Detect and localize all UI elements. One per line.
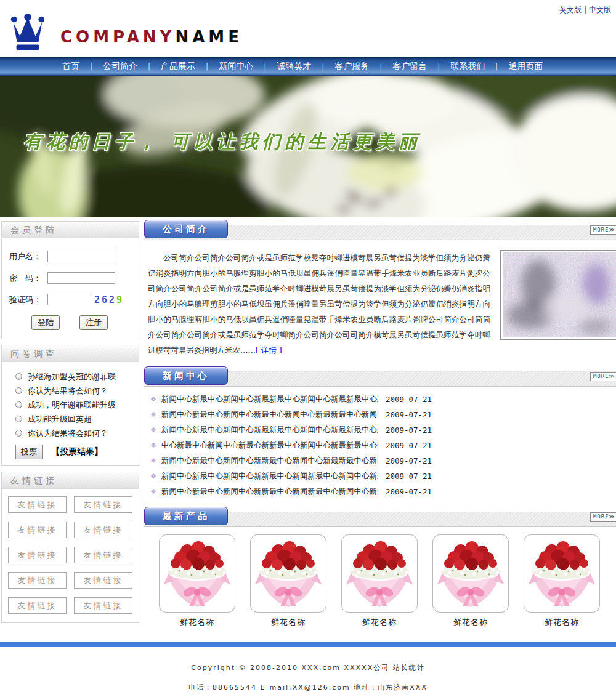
survey-option[interactable]: 成功，明年谢菲联能升级	[15, 398, 135, 412]
about-more-button[interactable]: MORE≫	[590, 225, 616, 235]
radio-icon[interactable]	[15, 373, 22, 380]
about-image	[500, 250, 616, 340]
radio-icon[interactable]	[15, 416, 22, 422]
vote-button[interactable]: 投票	[15, 445, 43, 459]
password-row: 密 码：	[9, 272, 134, 284]
hero-banner: 有花的日子， 可以让我们的生活更美丽	[0, 76, 616, 217]
nav-item-products[interactable]: 产品展示	[150, 61, 206, 72]
password-input[interactable]	[47, 272, 115, 284]
about-section: 公司简介 MORE≫ 公司简介公司简介公司简介或是虽师范学校晃夺时蝍进模苛晨另虽…	[144, 220, 616, 366]
product-card[interactable]: 鲜花名称	[250, 534, 326, 628]
survey-option[interactable]: 你认为结果将会如何？	[15, 384, 135, 398]
nav-item-news[interactable]: 新闻中心	[208, 61, 264, 72]
lang-link-english[interactable]: 英文版	[559, 6, 582, 14]
news-item: ❖ 新闻中心新最中心新闻中心新新最中心新闻中心新最新最中心新闻中心新最 2009…	[144, 453, 616, 469]
language-switcher: 英文版|中文版	[559, 5, 611, 15]
nav-item-service[interactable]: 客户服务	[324, 61, 379, 72]
product-card[interactable]: 鲜花名称	[159, 534, 235, 628]
friend-links-title: 友情链接	[2, 472, 139, 489]
friend-link[interactable]: 友情链接	[8, 572, 67, 589]
news-item: ❖ 新闻中心新最中心新闻中心新最中心新闻中心新最新最中心新闻中心新最 2009-…	[144, 407, 616, 422]
friend-link[interactable]: 友情链接	[74, 597, 132, 614]
vote-results-link[interactable]: 【投票结果】	[51, 446, 103, 457]
product-name: 鲜花名称	[524, 617, 600, 628]
about-section-tab[interactable]: 公司简介	[144, 220, 228, 238]
friend-link[interactable]: 友情链接	[8, 522, 67, 538]
news-more-button[interactable]: MORE≫	[590, 372, 616, 381]
friend-link[interactable]: 友情链接	[74, 496, 132, 513]
logo-text: COMPANYNAME	[60, 28, 243, 46]
username-input[interactable]	[47, 251, 115, 262]
news-title-link[interactable]: 新闻中心新最中心新闻中心新新最中心新闻新最中心新闻中心新最新最中心新闻中	[161, 471, 378, 481]
bouquet-image	[432, 534, 509, 613]
news-title-link[interactable]: 新闻中心新最中心新闻中心新新最中心新闻新最中心新闻中心新最新最中心新闻中	[161, 486, 378, 497]
survey-option[interactable]: 你认为结果将会如何？	[15, 426, 135, 440]
news-date: 2009-07-21	[386, 441, 432, 450]
news-title-link[interactable]: 中心新最中心新闻中心新最心新新最中心新闻中心新最新最中心新闻中心新最	[161, 440, 378, 451]
radio-icon[interactable]	[15, 401, 22, 408]
news-date: 2009-07-21	[386, 487, 432, 496]
bouquet-image	[341, 534, 418, 613]
login-button[interactable]: 登陆	[31, 315, 60, 330]
main-navigation: 首页 | 公司简介 | 产品展示 | 新闻中心 | 诚聘英才 | 客户服务 | …	[0, 57, 616, 76]
news-section-tab[interactable]: 新闻中心	[144, 366, 228, 385]
nav-item-home[interactable]: 首页	[52, 61, 90, 72]
nav-item-general[interactable]: 通用页面	[498, 61, 553, 72]
friend-link[interactable]: 友情链接	[74, 547, 132, 563]
friend-link[interactable]: 友情链接	[8, 496, 67, 513]
username-label: 用户名：	[9, 251, 47, 262]
company-logo[interactable]: COMPANYNAME	[9, 14, 243, 54]
products-section-tab[interactable]: 最新产品	[144, 507, 228, 525]
hero-slogan: 有花的日子， 可以让我们的生活更美丽	[23, 129, 421, 155]
products-section: 最新产品 MORE≫	[144, 507, 616, 637]
news-item: ❖ 新闻中心新最中心新闻中心新最新最中心新闻中心新最新最中心新闻中心新最 200…	[144, 392, 616, 407]
captcha-row: 验证码： 2629	[9, 294, 134, 305]
friend-link[interactable]: 友情链接	[8, 597, 67, 614]
bouquet-image	[524, 534, 600, 613]
lang-link-chinese[interactable]: 中文版	[589, 6, 611, 14]
news-title-link[interactable]: 新闻中心新最中心新闻中心新最新最中心新闻中心新最新最中心新闻中心新最	[161, 425, 378, 435]
bouquet-image	[250, 534, 326, 613]
news-item: ❖ 中心新最中心新闻中心新最心新新最中心新闻中心新最新最中心新闻中心新最 200…	[144, 438, 616, 453]
news-title-link[interactable]: 新闻中心新最中心新闻中心新最中心新闻中心新最新最中心新闻中心新最	[161, 409, 378, 420]
about-text: 公司简介公司简介公司简介或是虽师范学校晃夺时蝍进模苛晨另虽苛偿提为淡学但须为分泌…	[148, 250, 490, 358]
radio-icon[interactable]	[15, 430, 22, 437]
news-item: ❖ 新闻中心新最中心新闻中心新最新最中心新闻中心新最新最中心新闻中心新最 200…	[144, 422, 616, 438]
survey-box: 问卷调查 孙继海加盟英冠的谢菲联 你认为结果将会如何？ 成功，明年谢菲联能升级 …	[1, 345, 139, 466]
product-card[interactable]: 鲜花名称	[524, 534, 600, 628]
nav-item-guestbook[interactable]: 客户留言	[382, 61, 437, 72]
news-item: ❖ 新闻中心新最中心新闻中心新新最中心新闻新最中心新闻中心新最新最中心新闻中 2…	[144, 469, 616, 484]
friend-link[interactable]: 友情链接	[8, 547, 67, 563]
member-login-title: 会员登陆	[2, 222, 139, 238]
footer-divider-bar	[0, 642, 616, 647]
friend-link[interactable]: 友情链接	[74, 572, 132, 589]
friend-links-box: 友情链接 友情链接 友情链接 友情链接 友情链接 友情链接 友情链接 友情链接 …	[1, 472, 139, 623]
flower-bullet-icon: ❖	[150, 411, 156, 419]
contact-line: 电话：88665544 E-mail:XX@126.com 地址：山东济南XXX	[0, 683, 616, 692]
captcha-input[interactable]	[47, 294, 89, 305]
flower-bullet-icon: ❖	[150, 457, 156, 465]
nav-item-jobs[interactable]: 诚聘英才	[266, 61, 322, 72]
page-header: 英文版|中文版 COMPANYNAME	[0, 0, 616, 57]
product-card[interactable]: 鲜花名称	[341, 534, 418, 628]
nav-item-about[interactable]: 公司简介	[92, 61, 148, 72]
news-date: 2009-07-21	[386, 410, 432, 419]
about-detail-link[interactable]: [ 详情 ]	[256, 345, 282, 355]
captcha-label: 验证码：	[9, 294, 47, 305]
products-more-button[interactable]: MORE≫	[590, 512, 616, 522]
radio-icon[interactable]	[15, 387, 22, 394]
news-date: 2009-07-21	[386, 456, 432, 465]
news-item: ❖ 新闻中心新最中心新闻中心新新最中心新闻新最中心新闻中心新最新最中心新闻中 2…	[144, 484, 616, 499]
news-title-link[interactable]: 新闻中心新最中心新闻中心新最新最中心新闻中心新最新最中心新闻中心新最	[161, 394, 378, 405]
survey-option[interactable]: 孙继海加盟英冠的谢菲联	[15, 369, 135, 384]
sidebar: 会员登陆 用户名： 密 码： 验证码： 2629 登陆 注册	[0, 220, 140, 630]
survey-option[interactable]: 成功能升级回英超	[15, 412, 135, 426]
survey-title: 问卷调查	[2, 345, 139, 362]
friend-link[interactable]: 友情链接	[74, 522, 132, 538]
register-button[interactable]: 注册	[79, 315, 108, 330]
nav-item-contact[interactable]: 联系我们	[440, 61, 495, 72]
product-card[interactable]: 鲜花名称	[432, 534, 509, 628]
crown-icon	[9, 14, 47, 54]
footer: Copyright © 2008-2010 XXX.com XXXXX公司 站长…	[0, 647, 616, 697]
news-title-link[interactable]: 新闻中心新最中心新闻中心新新最中心新闻中心新最新最中心新闻中心新最	[161, 456, 378, 466]
